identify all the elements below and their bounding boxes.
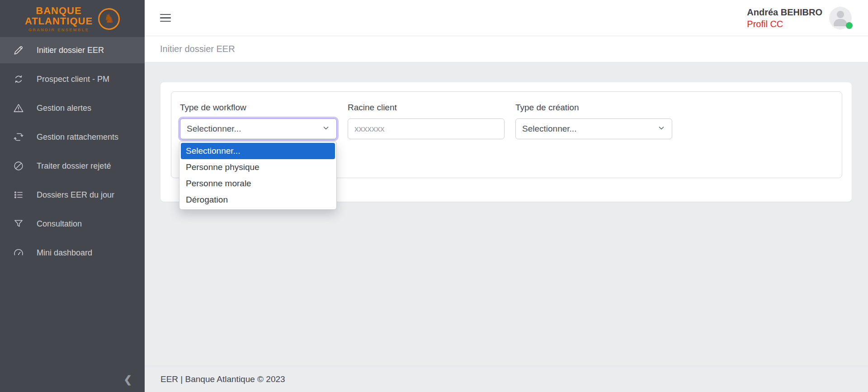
user-area[interactable]: Andréa BEHIBRO Profil CC — [747, 6, 852, 30]
sidebar-item-label: Mini dashboard — [37, 248, 92, 258]
horse-glyph: ♞ — [104, 13, 114, 25]
chevron-down-icon — [322, 124, 330, 134]
form-panel: Type de workflow Selectionner... Select — [171, 91, 842, 178]
sidebar-nav: Initier dossier EER Prospect client - PM… — [0, 37, 145, 266]
dropdown-option-personne-morale[interactable]: Personne morale — [181, 175, 335, 192]
form-row: Type de workflow Selectionner... Select — [171, 92, 842, 180]
sidebar-item-initier-dossier-eer[interactable]: Initier dossier EER — [0, 37, 145, 63]
brand-tagline: GRANDIR ENSEMBLE — [28, 28, 90, 32]
breadcrumb: Initier dossier EER — [160, 44, 235, 54]
creation-type-label: Type de création — [515, 103, 672, 113]
racine-client-input[interactable] — [348, 118, 505, 139]
menu-toggle-icon[interactable] — [160, 14, 171, 22]
sidebar-item-label: Consultation — [37, 219, 82, 229]
dropdown-option-personne-physique[interactable]: Personne physique — [181, 159, 335, 175]
user-name: Andréa BEHIBRO — [747, 6, 822, 18]
horse-logo-icon: ♞ — [98, 8, 120, 30]
sidebar-item-label: Traiter dossier rejeté — [37, 161, 111, 171]
online-status-dot — [846, 22, 853, 29]
avatar-head — [837, 11, 844, 18]
racine-client-label: Racine client — [348, 103, 505, 113]
speedometer-icon — [13, 247, 24, 259]
sidebar-item-label: Gestion rattachements — [37, 132, 118, 142]
brand-line2: ATLANTIQUE — [25, 16, 93, 26]
ban-circle-icon — [13, 160, 24, 172]
sidebar-item-label: Prospect client - PM — [37, 75, 109, 84]
main-column: Andréa BEHIBRO Profil CC Initier dossier… — [145, 0, 868, 392]
creation-select-value: Selectionner... — [522, 124, 576, 134]
sidebar: BANQUE ATLANTIQUE GRANDIR ENSEMBLE ♞ Ini… — [0, 0, 145, 392]
workflow-type-select[interactable]: Selectionner... — [180, 118, 337, 139]
footer: EER | Banque Atlantique © 2023 — [145, 366, 868, 392]
sidebar-item-prospect-client-pm[interactable]: Prospect client - PM — [0, 66, 145, 92]
content-area: Type de workflow Selectionner... Select — [145, 62, 868, 366]
user-text: Andréa BEHIBRO Profil CC — [747, 6, 822, 30]
sidebar-item-label: Gestion alertes — [37, 104, 91, 113]
avatar[interactable] — [829, 7, 852, 29]
footer-text: EER | Banque Atlantique © 2023 — [160, 374, 285, 384]
field-type-de-creation: Type de création Selectionner... — [510, 103, 678, 180]
funnel-icon — [13, 218, 24, 230]
brand-logo: BANQUE ATLANTIQUE GRANDIR ENSEMBLE ♞ — [0, 0, 145, 36]
brand-wordmark: BANQUE ATLANTIQUE GRANDIR ENSEMBLE — [25, 6, 93, 32]
top-bar: Andréa BEHIBRO Profil CC — [145, 0, 868, 36]
list-icon — [13, 189, 24, 201]
breadcrumb-bar: Initier dossier EER — [145, 36, 868, 62]
sidebar-item-label: Initier dossier EER — [37, 46, 104, 55]
workflow-select-value: Selectionner... — [187, 124, 241, 134]
dropdown-option-derogation[interactable]: Dérogation — [181, 192, 335, 208]
brand-line1: BANQUE — [36, 6, 81, 16]
app-root: BANQUE ATLANTIQUE GRANDIR ENSEMBLE ♞ Ini… — [0, 0, 868, 392]
field-type-de-workflow: Type de workflow Selectionner... Select — [175, 103, 342, 180]
field-racine-client: Racine client — [342, 103, 510, 180]
creation-type-select[interactable]: Selectionner... — [515, 118, 672, 139]
avatar-body — [834, 19, 847, 26]
workflow-dropdown-menu: Selectionner... Personne physique Person… — [179, 141, 337, 210]
workflow-select-wrap: Selectionner... Selectionner... Personne… — [180, 118, 337, 139]
form-card: Type de workflow Selectionner... Select — [160, 82, 852, 202]
sidebar-item-consultation[interactable]: Consultation — [0, 211, 145, 237]
sidebar-item-dossiers-eer-du-jour[interactable]: Dossiers EER du jour — [0, 182, 145, 208]
dropdown-option-selectionner[interactable]: Selectionner... — [181, 143, 335, 159]
warning-triangle-icon — [13, 102, 24, 114]
recycle-icon — [13, 73, 24, 85]
sidebar-item-gestion-rattachements[interactable]: Gestion rattachements — [0, 124, 145, 150]
sidebar-item-traiter-dossier-rejete[interactable]: Traiter dossier rejeté — [0, 153, 145, 179]
sidebar-item-label: Dossiers EER du jour — [37, 190, 114, 200]
exchange-arrows-icon — [13, 131, 24, 143]
sidebar-item-gestion-alertes[interactable]: Gestion alertes — [0, 95, 145, 121]
sidebar-item-mini-dashboard[interactable]: Mini dashboard — [0, 240, 145, 266]
sidebar-collapse-button[interactable]: ❮ — [124, 374, 132, 386]
pencil-icon — [13, 44, 24, 56]
chevron-down-icon — [657, 124, 665, 134]
workflow-type-label: Type de workflow — [180, 103, 337, 113]
user-profile: Profil CC — [747, 18, 822, 30]
